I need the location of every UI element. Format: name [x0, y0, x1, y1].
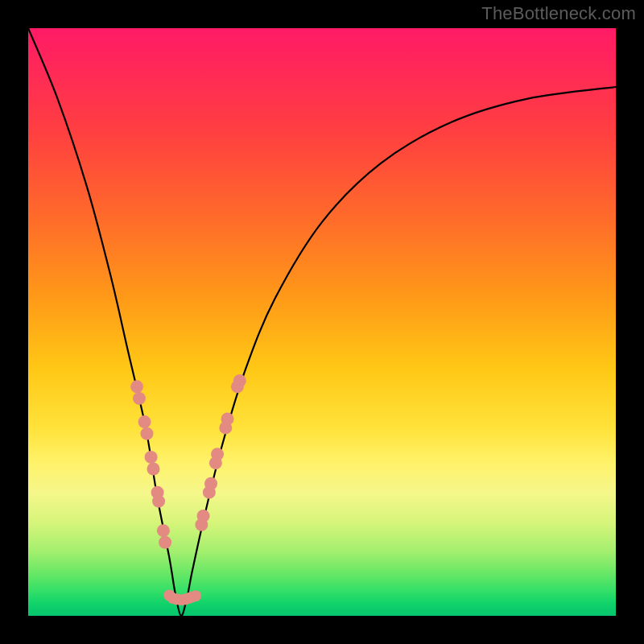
plot-area	[28, 28, 616, 616]
data-marker	[140, 427, 153, 440]
markers-left	[130, 380, 171, 548]
data-marker	[190, 590, 201, 601]
watermark-text: TheBottleneck.com	[481, 3, 636, 24]
data-marker	[197, 510, 210, 522]
data-marker	[147, 463, 159, 476]
data-marker	[138, 415, 151, 428]
bottleneck-curve	[28, 28, 616, 616]
chart-frame: TheBottleneck.com	[0, 0, 644, 644]
data-marker	[145, 451, 158, 464]
data-marker	[221, 412, 233, 425]
data-marker	[157, 524, 170, 537]
data-marker	[159, 536, 171, 549]
curve-layer	[28, 28, 616, 616]
markers-right	[195, 374, 246, 531]
data-marker	[133, 392, 146, 405]
data-marker	[211, 448, 224, 460]
data-marker	[130, 380, 143, 393]
data-marker	[204, 477, 217, 490]
data-marker	[233, 374, 246, 387]
data-marker	[152, 495, 165, 508]
markers-bottom	[163, 589, 201, 605]
